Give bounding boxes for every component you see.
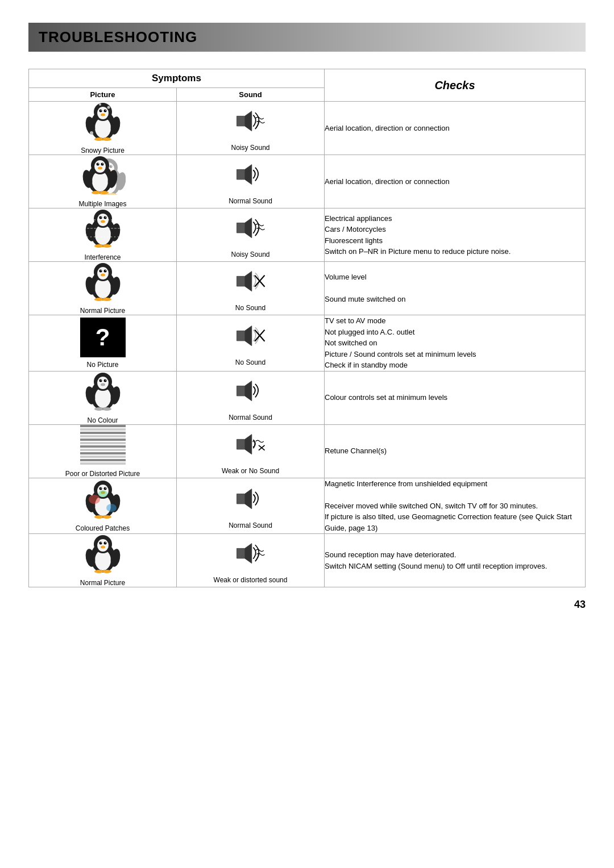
sound-cell: Noisy Sound bbox=[177, 208, 325, 262]
sound-cell: Normal Sound bbox=[177, 155, 325, 208]
svg-point-135 bbox=[98, 490, 107, 497]
svg-rect-85 bbox=[237, 331, 244, 341]
sound-label: Normal Sound bbox=[177, 521, 324, 529]
svg-point-56 bbox=[105, 216, 106, 218]
picture-label: No Colour bbox=[29, 416, 176, 424]
svg-point-127 bbox=[105, 487, 106, 489]
sound-label: Weak or No Sound bbox=[177, 467, 324, 475]
svg-point-91 bbox=[97, 377, 109, 389]
picture-cell: Snowy Picture bbox=[29, 102, 177, 155]
svg-point-124 bbox=[99, 487, 102, 490]
sound-icon bbox=[177, 482, 324, 518]
sound-label: Noisy Sound bbox=[177, 251, 324, 258]
svg-point-93 bbox=[103, 379, 106, 382]
picture-label: No Picture bbox=[29, 361, 176, 369]
sound-label: No Sound bbox=[177, 304, 324, 312]
checks-cell: Magnetic Interference from unshielded eq… bbox=[325, 478, 586, 534]
sound-icon bbox=[177, 428, 324, 464]
svg-rect-109 bbox=[80, 442, 126, 444]
picture-label: Normal Picture bbox=[29, 579, 176, 587]
svg-point-144 bbox=[101, 542, 102, 543]
svg-point-143 bbox=[103, 542, 106, 545]
svg-point-11 bbox=[94, 137, 103, 141]
svg-point-5 bbox=[103, 110, 106, 112]
svg-point-100 bbox=[102, 407, 111, 411]
sound-icon bbox=[177, 319, 324, 355]
svg-point-92 bbox=[99, 379, 102, 382]
svg-point-75 bbox=[101, 274, 105, 277]
svg-point-126 bbox=[101, 487, 102, 489]
page-title: TROUBLESHOOTING bbox=[39, 28, 575, 46]
sound-cell: Weak or No Sound bbox=[177, 424, 325, 478]
svg-point-42 bbox=[98, 167, 102, 170]
svg-point-15 bbox=[107, 106, 110, 109]
checks-header: Checks bbox=[325, 69, 586, 102]
svg-rect-117 bbox=[237, 439, 244, 449]
picture-subheader: Picture bbox=[29, 88, 177, 102]
checks-cell: TV set to AV modeNot plugged into A.C. o… bbox=[325, 315, 586, 372]
svg-point-96 bbox=[101, 383, 105, 386]
table-row: Multiple Images Normal Sound Aerial loca… bbox=[29, 155, 586, 208]
svg-point-71 bbox=[99, 270, 102, 273]
sound-subheader: Sound bbox=[177, 88, 325, 102]
svg-rect-152 bbox=[237, 548, 244, 558]
checks-cell: Sound reception may have deteriorated.Sw… bbox=[325, 534, 586, 587]
svg-rect-110 bbox=[80, 445, 126, 448]
checks-cell: Retune Channel(s) bbox=[325, 424, 586, 478]
svg-point-7 bbox=[105, 110, 106, 111]
picture-icon bbox=[29, 102, 176, 143]
svg-rect-108 bbox=[80, 439, 126, 441]
picture-cell: Normal Picture bbox=[29, 262, 177, 315]
svg-point-18 bbox=[99, 103, 101, 106]
sound-label: Noisy Sound bbox=[177, 144, 324, 152]
svg-point-13 bbox=[84, 108, 88, 112]
svg-point-55 bbox=[101, 216, 102, 218]
table-row: Normal Picture Weak or distorted sound S… bbox=[29, 534, 586, 587]
svg-point-39 bbox=[101, 163, 103, 166]
table-row: No Colour Normal Sound Colour controls s… bbox=[29, 371, 586, 424]
svg-point-145 bbox=[105, 542, 106, 543]
sound-cell: No Sound bbox=[177, 262, 325, 315]
picture-cell: ? No Picture bbox=[29, 315, 177, 372]
sound-label: Normal Sound bbox=[177, 414, 324, 422]
svg-point-73 bbox=[101, 270, 102, 271]
table-row: Poor or Distorted Picture Weak or No Sou… bbox=[29, 424, 586, 478]
checks-cell: Electrical appliancesCars / MotorcyclesF… bbox=[325, 208, 586, 262]
picture-label: Multiple Images bbox=[29, 200, 176, 208]
svg-point-60 bbox=[94, 244, 103, 248]
picture-cell: Normal Picture bbox=[29, 534, 177, 587]
sound-icon bbox=[177, 374, 324, 410]
svg-rect-106 bbox=[80, 432, 126, 434]
picture-label: Normal Picture bbox=[29, 307, 176, 315]
svg-point-37 bbox=[94, 160, 106, 173]
svg-point-141 bbox=[97, 539, 109, 552]
page-container: TROUBLESHOOTING Symptoms Checks Picture … bbox=[0, 0, 614, 645]
symptoms-header: Symptoms bbox=[29, 69, 325, 88]
picture-cell: Poor or Distorted Picture bbox=[29, 424, 177, 478]
svg-point-45 bbox=[92, 191, 101, 194]
page-number: 43 bbox=[28, 599, 586, 611]
svg-point-38 bbox=[96, 163, 99, 166]
picture-cell: No Colour bbox=[29, 371, 177, 424]
svg-point-79 bbox=[102, 298, 111, 301]
svg-point-8 bbox=[101, 114, 105, 116]
svg-rect-81 bbox=[237, 276, 244, 286]
table-row: Interference Noisy Sound Electrical appl… bbox=[29, 208, 586, 262]
svg-point-17 bbox=[119, 132, 121, 134]
picture-icon bbox=[29, 262, 176, 303]
picture-cell: Multiple Images bbox=[29, 155, 177, 208]
svg-point-74 bbox=[105, 270, 106, 271]
svg-rect-112 bbox=[80, 452, 126, 454]
picture-label: Coloured Patches bbox=[29, 524, 176, 532]
svg-rect-111 bbox=[80, 449, 126, 451]
svg-point-54 bbox=[103, 216, 106, 219]
sound-cell: Normal Sound bbox=[177, 478, 325, 534]
svg-point-133 bbox=[89, 495, 100, 504]
picture-label: Interference bbox=[29, 253, 176, 261]
svg-point-12 bbox=[102, 137, 111, 141]
checks-cell: Aerial location, direction or connection bbox=[325, 102, 586, 155]
svg-point-6 bbox=[101, 110, 102, 111]
checks-cell: Volume levelSound mute switched on bbox=[325, 262, 586, 315]
svg-point-53 bbox=[99, 216, 102, 219]
sound-icon bbox=[177, 158, 324, 194]
